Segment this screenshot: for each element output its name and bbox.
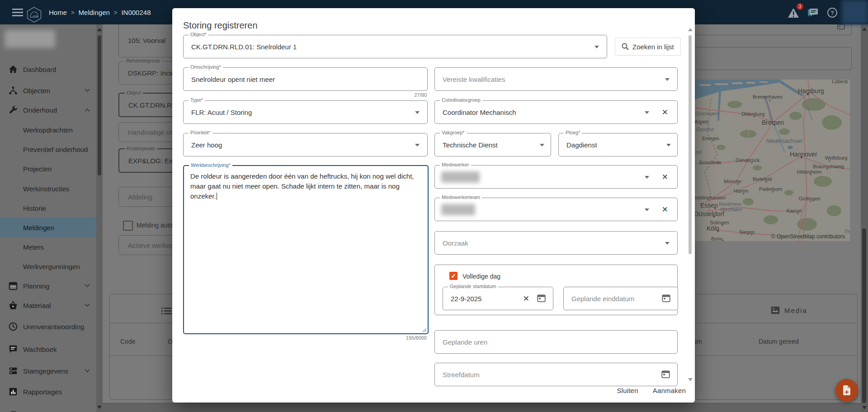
sidebar-item-werkvergunningen[interactable]: Werkvergunningen <box>0 258 96 275</box>
medewerker-select[interactable]: Medewerker ✕ <box>434 165 678 189</box>
zoeken-in-lijst-label: Zoeken in lijst <box>632 43 674 51</box>
notifications-button[interactable]: 3 <box>788 6 801 19</box>
scroll-down-arrow[interactable] <box>688 378 693 381</box>
medewerkerteam-select[interactable]: Medewerkerteam ✕ <box>434 198 678 221</box>
dropdown-arrow-icon[interactable] <box>415 111 420 114</box>
map-attribution[interactable]: © OpenStreetMap contributors. <box>770 233 847 240</box>
clear-icon[interactable]: ✕ <box>662 206 668 213</box>
type-select[interactable]: Type* FLR: Acuut / Storing <box>183 100 428 124</box>
sidebar-item-historie[interactable]: Historie <box>0 200 96 216</box>
sidebar-item-rapportages[interactable]: Rapportages <box>0 384 96 400</box>
omschrijving-input[interactable]: Omschrijving* Snelroldeur opent niet mee… <box>183 67 428 91</box>
dropdown-arrow-icon[interactable] <box>645 208 649 211</box>
clear-icon[interactable]: ✕ <box>662 173 668 181</box>
dropdown-arrow-icon[interactable] <box>540 144 544 147</box>
sidebar-item-meldingen[interactable]: Meldingen <box>0 218 96 237</box>
menu-icon[interactable] <box>12 9 23 16</box>
dropdown-arrow-icon[interactable] <box>666 144 671 147</box>
breadcrumb-meldingen[interactable]: Meldingen <box>79 9 110 16</box>
aanmaken-button[interactable]: Aanmaken <box>653 387 686 394</box>
object-select[interactable]: Object* CK.GT.DRN.RLD.01: Snelroldeur 1 <box>183 35 607 58</box>
clear-icon[interactable]: ✕ <box>523 295 529 303</box>
sidebar-item-stamgegevens[interactable]: Stamgegevens <box>0 363 96 379</box>
col-header-datum-gereed[interactable]: Datum gereed <box>759 338 799 345</box>
svg-text:Wolfsburg: Wolfsburg <box>825 155 847 161</box>
vereiste-kwalificaties-select[interactable]: Vereiste kwalificaties <box>434 67 678 91</box>
scroll-down-arrow[interactable] <box>862 406 867 409</box>
help-icon[interactable]: ? <box>827 7 838 18</box>
bg-field-placeholder: Handmatige obje <box>128 128 179 136</box>
dropdown-arrow-icon[interactable] <box>665 242 670 245</box>
geplande-startdatum-label: Geplande startdatum <box>450 284 496 289</box>
dropdown-arrow-icon[interactable] <box>665 78 670 81</box>
bg-checkbox-melding[interactable] <box>123 221 133 231</box>
map[interactable]: Lübeck Hamburg Bremerhaven Oldenburg Bre… <box>694 80 850 241</box>
page-scrollbar[interactable] <box>861 24 868 412</box>
werkbeschrijving-textarea[interactable]: Werkbeschrijving* De roldeur is aangered… <box>183 165 429 334</box>
dropdown-arrow-icon[interactable] <box>645 176 649 179</box>
breadcrumb-current[interactable]: IN000248 <box>121 9 151 16</box>
svg-text:Braunschweig: Braunschweig <box>813 164 844 169</box>
col-header-code[interactable]: Code <box>120 338 135 345</box>
scroll-up-arrow[interactable] <box>97 28 102 31</box>
dropdown-arrow-icon[interactable] <box>415 144 420 147</box>
scroll-down-arrow[interactable] <box>97 406 102 409</box>
sidebar-item-werkopdrachten[interactable]: Werkopdrachten <box>0 122 96 138</box>
avatar[interactable] <box>842 0 868 24</box>
geplande-uren-placeholder: Geplande uren <box>443 338 487 346</box>
sidebar-item-meters[interactable]: Meters <box>0 239 96 255</box>
vakgroep-select[interactable]: Vakgroep* Technische Dienst <box>434 133 551 156</box>
sidebar-item-dashboard[interactable]: Dashboard <box>0 61 96 77</box>
sidebar-item-werkinstructies[interactable]: Werkinstructies <box>0 180 96 197</box>
ploeg-select[interactable]: Ploeg* Dagdienst <box>558 133 678 156</box>
dropdown-arrow-icon[interactable] <box>594 46 599 48</box>
page-scrollbar-thumb[interactable] <box>862 228 866 403</box>
dropdown-arrow-icon[interactable] <box>645 111 649 114</box>
calendar-icon[interactable] <box>537 294 546 303</box>
sidebar-item-urenverantwoording[interactable]: Urenverantwoording <box>0 318 96 335</box>
bg-field-empty[interactable] <box>694 47 852 70</box>
streefdatum-input[interactable]: Streefdatum <box>434 363 678 386</box>
image-icon <box>771 306 780 314</box>
sidebar-scrollbar[interactable] <box>96 24 103 412</box>
sidebar-item-preventief-onderhoud[interactable]: Preventief onderhoud <box>0 141 96 157</box>
calendar-icon[interactable] <box>662 294 670 303</box>
create-fab[interactable] <box>835 379 858 402</box>
svg-text:Bielefeld: Bielefeld <box>753 176 772 182</box>
chat-icon[interactable] <box>807 8 818 18</box>
svg-text:Bonn: Bonn <box>711 236 723 241</box>
resize-handle-icon[interactable] <box>422 327 426 332</box>
chevron-down-icon <box>85 369 90 373</box>
clear-icon[interactable]: ✕ <box>662 109 668 116</box>
geplande-einddatum-input[interactable]: Geplande einddatum <box>563 287 678 310</box>
sidebar-item-nen3140[interactable]: NEN3140 <box>0 403 96 412</box>
sluiten-button[interactable]: Sluiten <box>617 387 638 394</box>
svg-text:Lübeck: Lübeck <box>832 80 848 84</box>
svg-text:Münster: Münster <box>724 179 742 184</box>
media-button[interactable]: Media <box>771 306 807 314</box>
zoeken-in-lijst-button[interactable]: Zoeken in lijst <box>615 38 681 56</box>
geplande-uren-input[interactable]: Geplande uren <box>434 330 678 354</box>
list-view-icon[interactable] <box>161 307 171 315</box>
ploeg-value: Dagdienst <box>566 141 597 149</box>
sidebar-item-materiaal[interactable]: Materiaal <box>0 297 96 313</box>
scroll-up-arrow[interactable] <box>688 28 693 31</box>
scroll-up-arrow[interactable] <box>862 28 867 31</box>
oorzaak-select[interactable]: Oorzaak <box>434 231 678 255</box>
sidebar-item-objecten[interactable]: Objecten <box>0 82 96 99</box>
prioriteit-select[interactable]: Prioriteit* Zeer hoog <box>183 133 428 156</box>
sidebar-scrollbar-thumb[interactable] <box>98 35 101 175</box>
geplande-startdatum-input[interactable]: Geplande startdatum 22-9-2025 ✕ <box>443 287 553 310</box>
bg-field-value: 105: Voorval <box>128 37 165 44</box>
sidebar-item-planning[interactable]: Planning <box>0 278 96 294</box>
sidebar-item-onderhoud[interactable]: Onderhoud <box>0 102 96 118</box>
coordinatorgroep-select[interactable]: Coördinatorgroep Coordinator Mechanisch … <box>434 100 678 124</box>
app-logo[interactable] <box>26 7 42 23</box>
breadcrumb-home[interactable]: Home <box>49 9 67 16</box>
sidebar-item-projecten[interactable]: Projecten <box>0 161 96 177</box>
dialog-scrollbar[interactable] <box>688 26 693 388</box>
sidebar-item-wachtboek[interactable]: Wachtboek <box>0 341 96 357</box>
calendar-icon[interactable] <box>661 370 670 379</box>
dialog-scrollbar-thumb[interactable] <box>689 35 692 254</box>
volledige-dag-checkbox[interactable]: ✓ <box>449 272 458 280</box>
